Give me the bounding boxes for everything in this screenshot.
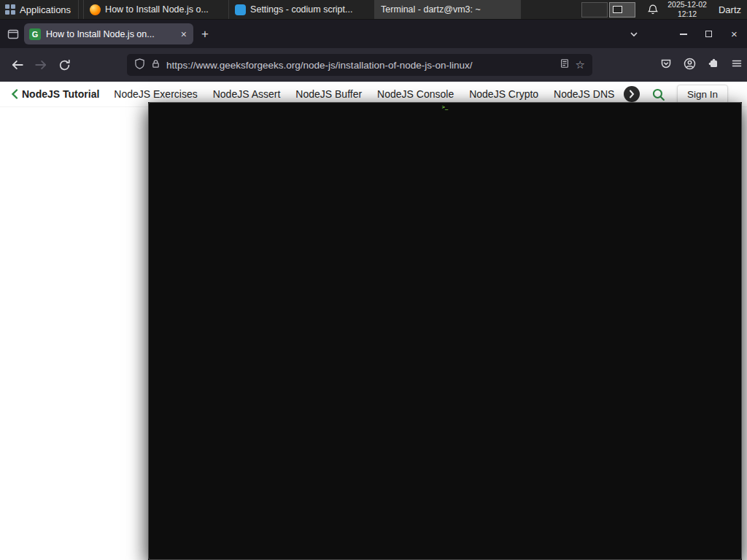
codium-icon [235, 4, 246, 15]
tab-title: How to Install Node.js on... [46, 29, 174, 39]
terminal-icon: >_ [148, 102, 742, 560]
sitenav-item[interactable]: NodeJS Buffer [295, 88, 362, 100]
reload-button[interactable] [53, 53, 76, 77]
applications-icon [5, 4, 15, 15]
sitenav-item[interactable]: NodeJS Console [377, 88, 454, 100]
search-icon[interactable] [651, 88, 665, 101]
new-tab-button[interactable]: + [193, 27, 217, 42]
tab-favicon: G [29, 28, 41, 40]
taskbar: Applications How to Install Node.js o...… [0, 0, 747, 20]
nav-scroll-right-button[interactable] [624, 86, 640, 102]
toolbar-right-icons [660, 48, 743, 82]
taskbar-window-title: Settings - codium script... [250, 4, 368, 15]
tab-bar: G How to Install Node.js on... × + × [0, 20, 747, 48]
pocket-icon[interactable] [660, 58, 672, 72]
panel-separator [78, 0, 83, 19]
window-maximize-button[interactable] [696, 20, 721, 48]
window-minimize-button[interactable] [670, 20, 696, 48]
notifications-bell-icon[interactable] [647, 0, 659, 19]
mini-window-icon [613, 6, 622, 13]
tab-close-icon[interactable]: × [179, 28, 188, 40]
sitenav-item[interactable]: NodeJS Exercises [114, 88, 197, 100]
reader-view-icon[interactable] [560, 58, 570, 71]
taskbar-window-title: How to Install Node.js o... [105, 4, 222, 15]
workspace-1[interactable] [581, 2, 608, 18]
clock-time: 12:12 [667, 9, 707, 19]
firefox-icon [90, 4, 101, 15]
sitenav-right: Sign In [624, 85, 747, 104]
workspace-2-active[interactable] [609, 2, 635, 18]
lock-icon[interactable] [151, 58, 160, 71]
list-all-tabs-button[interactable] [629, 20, 639, 48]
sitenav-items: NodeJS ExercisesNodeJS AssertNodeJS Buff… [114, 88, 624, 100]
clock-date: 2025-12-02 [667, 0, 707, 9]
sitenav-item[interactable]: NodeJS DNS [554, 88, 614, 100]
taskbar-window-button[interactable]: How to Install Node.js o... [83, 0, 229, 19]
extensions-puzzle-icon[interactable] [708, 58, 719, 72]
sign-in-button[interactable]: Sign In [677, 85, 728, 104]
sitenav-item[interactable]: NodeJS Assert [213, 88, 281, 100]
shield-icon[interactable] [134, 58, 145, 72]
taskbar-spacer [521, 0, 581, 19]
clock[interactable]: 2025-12-02 12:12 [667, 0, 707, 19]
sitenav-item-active[interactable]: NodeJS Tutorial [22, 88, 99, 100]
user-menu[interactable]: Dartz [719, 4, 741, 15]
account-icon[interactable] [684, 58, 696, 73]
firefox-view-button[interactable] [7, 28, 19, 40]
sitenav-item[interactable]: NodeJS Crypto [469, 88, 538, 100]
taskbar-window-button[interactable]: >_Terminal - dartz@vm3: ~ [375, 0, 521, 19]
nav-chevron-left-icon[interactable] [10, 88, 19, 100]
url-bar[interactable]: https://www.geeksforgeeks.org/node-js/in… [127, 54, 592, 76]
taskbar-window-button[interactable]: Settings - codium script... [229, 0, 375, 19]
url-text[interactable]: https://www.geeksforgeeks.org/node-js/in… [166, 60, 554, 71]
applications-label: Applications [20, 4, 71, 15]
window-close-button[interactable]: × [721, 20, 747, 48]
forward-button[interactable] [29, 53, 53, 77]
applications-menu-button[interactable]: Applications [0, 0, 78, 19]
taskbar-window-title: Terminal - dartz@vm3: ~ [381, 4, 514, 15]
back-button[interactable] [6, 53, 29, 77]
desktop-screen: Applications How to Install Node.js o...… [0, 0, 747, 560]
menu-hamburger-icon[interactable] [731, 58, 743, 72]
browser-toolbar: https://www.geeksforgeeks.org/node-js/in… [0, 48, 747, 82]
browser-tab[interactable]: G How to Install Node.js on... × [24, 23, 193, 44]
bookmark-star-icon[interactable]: ☆ [576, 58, 585, 71]
taskbar-window-list: How to Install Node.js o...Settings - co… [83, 0, 521, 19]
workspace-pager[interactable] [581, 0, 635, 19]
window-controls: × [670, 20, 747, 48]
